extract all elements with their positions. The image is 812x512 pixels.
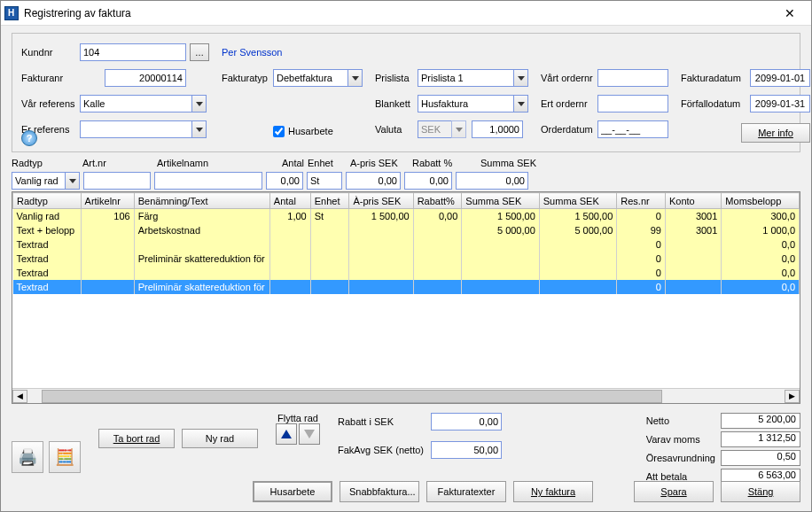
calculator-button[interactable]: 🧮	[49, 441, 81, 473]
grid-header-cell[interactable]: Konto	[665, 193, 721, 209]
netto-value: 5 200,00	[721, 413, 800, 429]
table-cell	[349, 237, 413, 252]
blankett-dropdown[interactable]	[513, 95, 528, 112]
table-cell: 3001	[665, 223, 721, 237]
help-icon[interactable]: ?	[21, 130, 37, 146]
close-button[interactable]: ✕	[772, 3, 808, 24]
fakturatyp-label: Fakturatyp	[222, 73, 273, 83]
ny-rad-button[interactable]: Ny rad	[182, 429, 258, 448]
husarbete-checkbox[interactable]: Husarbete	[273, 126, 333, 137]
grid-header-cell[interactable]: Res.nr	[617, 193, 666, 209]
move-row-down-button[interactable]	[299, 423, 320, 445]
fakturadatum-label: Fakturadatum	[681, 73, 750, 83]
scroll-right-arrow[interactable]: ▶	[785, 390, 800, 403]
forfallodatum-label: Förfallodatum	[681, 98, 750, 109]
grid-header-cell[interactable]: Enhet	[310, 193, 349, 209]
er-referens-field[interactable]	[80, 120, 191, 138]
grid-header-cell[interactable]: Antal	[269, 193, 310, 209]
entry-summa-field[interactable]	[456, 172, 528, 190]
table-row[interactable]: TextradPreliminär skattereduktion för00,…	[13, 280, 800, 294]
grid-header-cell[interactable]: Momsbelopp	[722, 193, 800, 209]
vart-ordernr-field[interactable]	[597, 69, 668, 87]
fakturanr-field[interactable]	[105, 69, 186, 87]
move-row-up-button[interactable]	[276, 423, 297, 445]
table-row[interactable]: Textrad00,0	[13, 237, 800, 252]
grid-header-cell[interactable]: Summa SEK	[539, 193, 616, 209]
ny-faktura-button[interactable]: Ny faktura	[513, 481, 593, 502]
husarbete-check-label: Husarbete	[288, 126, 333, 136]
entry-artikelnamn-field[interactable]	[154, 172, 262, 190]
er-referens-dropdown[interactable]	[191, 120, 207, 138]
kundnr-lookup-button[interactable]: …	[190, 43, 209, 61]
entry-apris-field[interactable]	[346, 172, 401, 190]
table-cell: 5 000,00	[462, 223, 539, 237]
fakturatexter-button[interactable]: Fakturatexter	[426, 481, 506, 502]
orderdatum-label: Orderdatum	[541, 124, 597, 135]
fakturatyp-dropdown[interactable]	[347, 69, 363, 87]
ert-ordernr-field[interactable]	[597, 95, 668, 112]
table-cell: Textrad	[13, 280, 82, 294]
stang-button[interactable]: Stäng	[721, 481, 800, 502]
grid-header-cell[interactable]: Summa SEK	[462, 193, 539, 209]
table-cell: Preliminär skattereduktion för	[134, 252, 269, 266]
table-cell: Textrad	[13, 237, 82, 252]
table-cell: Arbetskostnad	[134, 223, 269, 237]
var-referens-dropdown[interactable]	[191, 95, 207, 112]
ores-value: 0,50	[721, 450, 800, 466]
grid-header-cell[interactable]: Artikelnr	[81, 193, 134, 209]
husarbete-button[interactable]: Husarbete	[253, 481, 332, 502]
table-cell: 0,0	[722, 237, 800, 252]
entry-rabatt-field[interactable]	[404, 172, 452, 190]
moms-value: 1 312,50	[721, 431, 800, 447]
customer-name-link[interactable]: Per Svensson	[222, 47, 282, 58]
table-cell	[269, 280, 310, 294]
forfallodatum-field[interactable]	[750, 95, 810, 112]
grid-header-cell[interactable]: Benämning/Text	[134, 193, 269, 209]
kundnr-label: Kundnr	[21, 47, 80, 58]
kundnr-field[interactable]	[80, 43, 186, 61]
table-row[interactable]: TextradPreliminär skattereduktion för00,…	[13, 252, 800, 266]
table-cell	[462, 280, 539, 294]
table-row[interactable]: Text + beloppArbetskostnad5 000,005 000,…	[13, 223, 800, 237]
table-cell	[269, 252, 310, 266]
horizontal-scrollbar[interactable]: ◀ ▶	[12, 388, 800, 403]
grid-header-cell[interactable]: À-pris SEK	[349, 193, 413, 209]
var-referens-field[interactable]	[80, 95, 191, 112]
vart-ordernr-label: Vårt ordernr	[541, 73, 597, 83]
table-cell	[269, 266, 310, 280]
spara-button[interactable]: Spara	[634, 481, 714, 502]
orderdatum-field[interactable]	[597, 120, 668, 138]
entry-radtyp-field[interactable]	[12, 172, 65, 190]
scroll-left-arrow[interactable]: ◀	[12, 390, 27, 403]
grid-header-cell[interactable]: Rabatt%	[413, 193, 462, 209]
husarbete-check-input[interactable]	[273, 126, 285, 137]
table-cell: 5 000,00	[539, 223, 616, 237]
mer-info-button[interactable]: Mer info	[741, 123, 810, 143]
table-cell: Text + belopp	[13, 223, 82, 237]
ta-bort-rad-button[interactable]: Ta bort rad	[98, 429, 175, 448]
prislista-field[interactable]	[418, 69, 513, 87]
table-cell	[349, 252, 413, 266]
entry-artnr-field[interactable]	[83, 172, 151, 190]
invoice-lines-grid[interactable]: RadtypArtikelnrBenämning/TextAntalEnhetÀ…	[12, 191, 800, 404]
prislista-dropdown[interactable]	[513, 69, 528, 87]
scroll-thumb[interactable]	[42, 390, 662, 403]
entry-antal-field[interactable]	[266, 172, 303, 190]
table-row[interactable]: Vanlig rad106Färg1,00St1 500,000,001 500…	[13, 209, 800, 223]
table-cell: Preliminär skattereduktion för	[134, 280, 269, 294]
snabbfaktura-button[interactable]: Snabbfaktura...	[340, 481, 419, 502]
entry-enhet-field[interactable]	[307, 172, 342, 190]
entry-radtyp-dropdown[interactable]	[65, 172, 80, 190]
entry-artikelnamn-label: Artikelnamn	[157, 158, 263, 168]
grid-header-cell[interactable]: Radtyp	[13, 193, 82, 209]
table-row[interactable]: Textrad00,0	[13, 266, 800, 280]
print-button[interactable]: 🖨️	[12, 441, 43, 473]
table-cell	[665, 266, 721, 280]
rabatt-field[interactable]	[431, 413, 502, 431]
fakturadatum-field[interactable]	[750, 69, 810, 87]
table-cell: 3001	[665, 209, 721, 223]
fakturatyp-field[interactable]	[273, 69, 347, 87]
blankett-field[interactable]	[418, 95, 513, 112]
fakavg-field[interactable]	[431, 441, 502, 459]
valuta-kurs-field[interactable]	[472, 120, 523, 138]
